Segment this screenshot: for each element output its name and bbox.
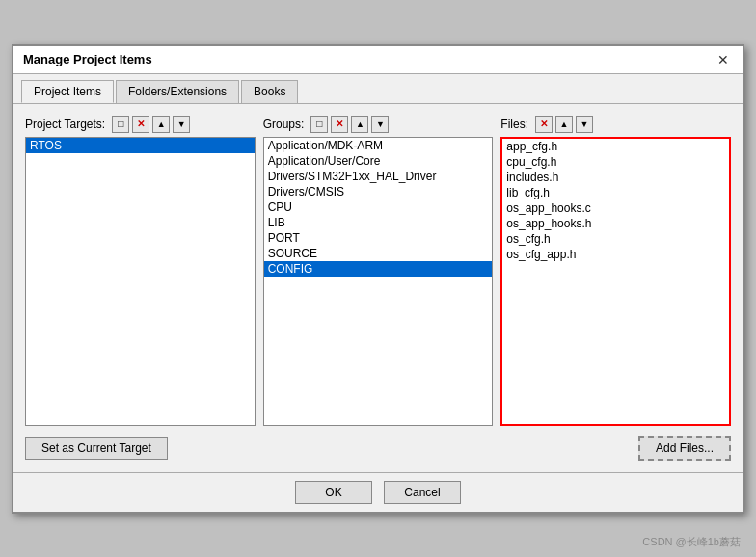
list-item[interactable]: os_app_hooks.h — [502, 216, 729, 231]
list-item[interactable]: os_cfg_app.h — [502, 247, 729, 262]
project-targets-down-button[interactable]: ▼ — [173, 116, 190, 133]
down-icon: ▼ — [376, 119, 385, 129]
left-bottom: Set as Current Target — [25, 437, 260, 460]
list-item[interactable]: LIB — [264, 215, 493, 230]
panels-container: Project Targets: □ ✕ ▲ ▼ RTOS — [25, 116, 731, 426]
files-panel: Files: ✕ ▲ ▼ app_cfg.h cpu_cfg.h include… — [500, 116, 731, 426]
list-item[interactable]: cpu_cfg.h — [502, 154, 729, 170]
files-delete-button[interactable]: ✕ — [535, 116, 553, 133]
files-label: Files: — [500, 118, 528, 131]
tab-bar: Project Items Folders/Extensions Books — [14, 74, 742, 104]
list-item[interactable]: Drivers/STM32F1xx_HAL_Driver — [264, 169, 493, 184]
list-item[interactable]: Drivers/CMSIS — [264, 184, 493, 199]
up-icon: ▲ — [157, 119, 166, 129]
list-item[interactable]: app_cfg.h — [502, 139, 729, 154]
content-area: Project Targets: □ ✕ ▲ ▼ RTOS — [14, 104, 742, 472]
title-bar: Manage Project Items ✕ — [14, 46, 742, 74]
list-item[interactable]: os_cfg.h — [502, 231, 729, 247]
close-button[interactable]: ✕ — [714, 52, 733, 67]
tab-books[interactable]: Books — [241, 80, 298, 103]
tab-folders-extensions[interactable]: Folders/Extensions — [116, 80, 239, 103]
right-bottom: Add Files... — [260, 436, 731, 461]
groups-new-button[interactable]: □ — [310, 116, 328, 133]
list-item[interactable]: includes.h — [502, 170, 729, 185]
delete-icon: ✕ — [540, 119, 548, 129]
list-item[interactable]: lib_cfg.h — [502, 185, 729, 200]
dialog-title: Manage Project Items — [23, 52, 152, 66]
down-icon: ▼ — [580, 119, 589, 129]
list-item[interactable]: os_app_hooks.c — [502, 200, 729, 216]
delete-icon: ✕ — [336, 119, 343, 129]
list-item[interactable]: Application/MDK-ARM — [264, 138, 493, 153]
list-item[interactable]: CPU — [264, 199, 493, 215]
groups-down-button[interactable]: ▼ — [371, 116, 389, 133]
files-listbox[interactable]: app_cfg.h cpu_cfg.h includes.h lib_cfg.h… — [500, 137, 731, 426]
new-icon: □ — [118, 119, 123, 129]
new-icon: □ — [316, 119, 322, 129]
files-up-button[interactable]: ▲ — [555, 116, 573, 133]
down-icon: ▼ — [177, 119, 186, 129]
cancel-button[interactable]: Cancel — [384, 481, 461, 504]
list-item[interactable]: Application/User/Core — [264, 153, 493, 169]
tab-project-items[interactable]: Project Items — [21, 80, 114, 103]
groups-label: Groups: — [263, 118, 305, 131]
manage-project-items-dialog: Manage Project Items ✕ Project Items Fol… — [12, 44, 744, 514]
ok-button[interactable]: OK — [295, 481, 372, 504]
project-targets-label: Project Targets: — [25, 118, 105, 131]
list-item[interactable]: RTOS — [26, 138, 255, 153]
list-item[interactable]: PORT — [264, 230, 493, 246]
list-item[interactable]: CONFIG — [264, 261, 493, 277]
up-icon: ▲ — [356, 119, 364, 129]
delete-icon: ✕ — [137, 119, 145, 129]
dialog-footer: OK Cancel CSDN @长峰1b蘑菇 — [14, 472, 742, 512]
project-targets-listbox[interactable]: RTOS — [25, 137, 256, 426]
up-icon: ▲ — [560, 119, 569, 129]
bottom-action-row: Set as Current Target Add Files... — [25, 436, 731, 461]
project-targets-header: Project Targets: □ ✕ ▲ ▼ — [25, 116, 256, 133]
groups-up-button[interactable]: ▲ — [351, 116, 368, 133]
project-targets-up-button[interactable]: ▲ — [152, 116, 170, 133]
groups-panel: Groups: □ ✕ ▲ ▼ Application/MDK-ARM — [263, 116, 494, 426]
list-item[interactable]: SOURCE — [264, 246, 493, 261]
project-targets-panel: Project Targets: □ ✕ ▲ ▼ RTOS — [25, 116, 256, 426]
set-current-target-button[interactable]: Set as Current Target — [25, 437, 168, 460]
files-down-button[interactable]: ▼ — [576, 116, 593, 133]
project-targets-new-button[interactable]: □ — [112, 116, 129, 133]
project-targets-delete-button[interactable]: ✕ — [132, 116, 149, 133]
groups-header: Groups: □ ✕ ▲ ▼ — [263, 116, 494, 133]
groups-delete-button[interactable]: ✕ — [331, 116, 348, 133]
watermark: CSDN @长峰1b蘑菇 — [642, 535, 741, 549]
groups-listbox[interactable]: Application/MDK-ARM Application/User/Cor… — [263, 137, 494, 426]
files-header: Files: ✕ ▲ ▼ — [500, 116, 731, 133]
add-files-button[interactable]: Add Files... — [638, 436, 731, 461]
